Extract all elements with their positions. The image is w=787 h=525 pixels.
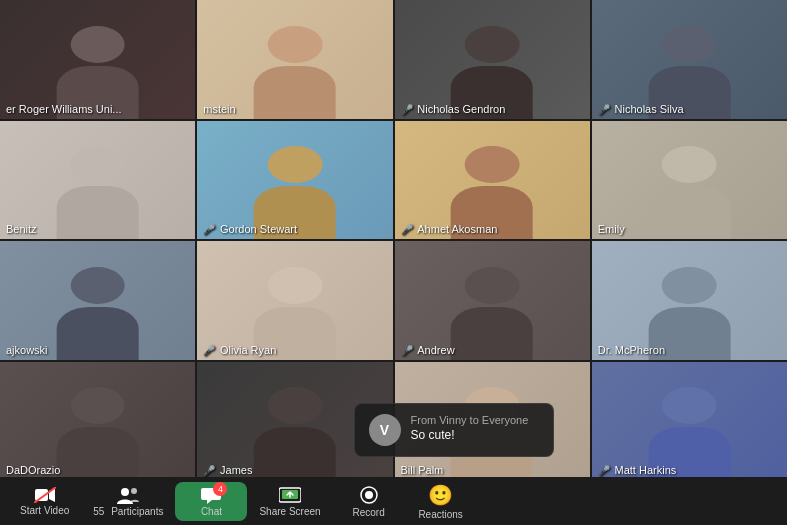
video-cell-4: Benitz xyxy=(0,121,195,240)
participant-name-9: 🎤 Olivia Ryan xyxy=(203,344,276,356)
video-cell-0: er Roger Williams Uni... xyxy=(0,0,195,119)
participant-name-5: 🎤 Gordon Stewart xyxy=(203,223,297,235)
svg-point-3 xyxy=(121,488,129,496)
reactions-button[interactable]: 🙂 Reactions xyxy=(405,479,477,524)
video-cell-11: Dr. McPheron xyxy=(592,241,787,360)
start-video-button[interactable]: Start Video xyxy=(8,483,81,520)
chat-avatar: V xyxy=(369,414,401,446)
video-cell-10: 🎤 Andrew xyxy=(395,241,590,360)
participant-name-11: Dr. McPheron xyxy=(598,344,665,356)
chat-from: From Vinny to Everyone xyxy=(411,414,529,426)
record-button[interactable]: Record xyxy=(333,481,405,522)
participant-name-0: er Roger Williams Uni... xyxy=(6,103,122,115)
share-screen-icon xyxy=(279,486,301,504)
svg-point-8 xyxy=(365,491,373,499)
reactions-icon: 🙂 xyxy=(428,483,453,507)
video-cell-9: 🎤 Olivia Ryan xyxy=(197,241,392,360)
participant-name-6: 🎤 Ahmet Akosman xyxy=(401,223,498,235)
toolbar: Start Video 55 Participants 4 Chat xyxy=(0,477,787,525)
record-icon xyxy=(359,485,379,505)
video-cell-3: 🎤 Nicholas Silva xyxy=(592,0,787,119)
participant-name-2: 🎤 Nicholas Gendron xyxy=(401,103,506,115)
chat-label-text: Chat xyxy=(201,506,222,517)
video-cell-7: Emily xyxy=(592,121,787,240)
participant-name-15: 🎤 Matt Harkins xyxy=(598,464,677,476)
chat-icon: 4 xyxy=(201,486,221,504)
chat-message: So cute! xyxy=(411,428,529,442)
video-cell-2: 🎤 Nicholas Gendron xyxy=(395,0,590,119)
video-cell-6: 🎤 Ahmet Akosman xyxy=(395,121,590,240)
participants-button[interactable]: 55 Participants xyxy=(81,482,175,521)
chat-text-container: From Vinny to Everyone So cute! xyxy=(411,414,529,442)
participant-name-10: 🎤 Andrew xyxy=(401,344,455,356)
video-cell-8: ajkowski xyxy=(0,241,195,360)
chat-button[interactable]: 4 Chat xyxy=(175,482,247,521)
video-cell-12: DaDOrazio xyxy=(0,362,195,481)
participant-name-12: DaDOrazio xyxy=(6,464,60,476)
share-screen-label: Share Screen xyxy=(259,506,320,517)
participant-name-7: Emily xyxy=(598,223,625,235)
video-cell-1: mstein xyxy=(197,0,392,119)
video-slash-icon xyxy=(34,487,56,503)
participants-icon xyxy=(117,486,139,504)
reactions-label: Reactions xyxy=(418,509,462,520)
participant-name-1: mstein xyxy=(203,103,235,115)
participant-name-4: Benitz xyxy=(6,223,37,235)
svg-point-4 xyxy=(131,488,137,494)
participant-name-3: 🎤 Nicholas Silva xyxy=(598,103,684,115)
start-video-label: Start Video xyxy=(20,505,69,516)
participants-label-text: 55 Participants xyxy=(93,506,163,517)
chat-badge: 4 xyxy=(213,482,227,496)
share-screen-button[interactable]: Share Screen xyxy=(247,482,332,521)
participant-name-8: ajkowski xyxy=(6,344,48,356)
record-label: Record xyxy=(352,507,384,518)
chat-notification[interactable]: V From Vinny to Everyone So cute! xyxy=(354,403,554,457)
video-cell-5: 🎤 Gordon Stewart xyxy=(197,121,392,240)
participant-name-14: Bill Palm xyxy=(401,464,444,476)
video-cell-15: 🎤 Matt Harkins xyxy=(592,362,787,481)
participant-name-13: 🎤 James xyxy=(203,464,252,476)
